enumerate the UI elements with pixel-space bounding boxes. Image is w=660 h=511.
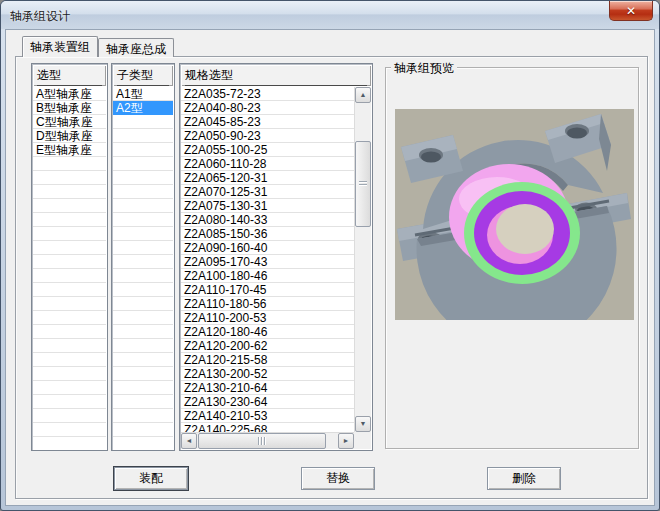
type-list-rows: A型轴承座B型轴承座C型轴承座D型轴承座E型轴承座: [33, 87, 106, 449]
list-item[interactable]: Z2A035-72-23: [181, 87, 354, 101]
tab-label: 轴承装置组: [30, 40, 90, 54]
thumb-grip: [359, 181, 367, 187]
bearing-3d-render: [395, 109, 634, 320]
subtype-list-rows: A1型A2型: [113, 87, 173, 449]
list-item[interactable]: C型轴承座: [33, 115, 106, 129]
list-item[interactable]: Z2A130-230-64: [181, 395, 354, 409]
type-list-header[interactable]: 选型: [33, 65, 106, 86]
list-item[interactable]: Z2A045-85-23: [181, 115, 354, 129]
list-item[interactable]: Z2A110-200-53: [181, 311, 354, 325]
list-item[interactable]: Z2A060-110-28: [181, 157, 354, 171]
list-item[interactable]: Z2A100-180-46: [181, 269, 354, 283]
horizontal-scrollbar[interactable]: ◄ ►: [181, 432, 354, 449]
thumb-grip: [258, 437, 266, 445]
type-listbox: 选型 A型轴承座B型轴承座C型轴承座D型轴承座E型轴承座: [31, 63, 108, 451]
dialog-window: 轴承组设计 ✕ 轴承装置组 轴承座总成 选型 A型轴承座B型轴承座C型轴承座D型…: [0, 0, 660, 511]
list-item[interactable]: Z2A140-210-53: [181, 409, 354, 423]
tab-label: 轴承座总成: [106, 42, 166, 56]
list-item[interactable]: Z2A130-210-64: [181, 381, 354, 395]
spec-list-rows: Z2A035-72-23Z2A040-80-23Z2A045-85-23Z2A0…: [181, 87, 354, 432]
spec-listbox: 规格选型 Z2A035-72-23Z2A040-80-23Z2A045-85-2…: [179, 63, 373, 451]
window-title: 轴承组设计: [10, 8, 70, 25]
list-item[interactable]: Z2A065-120-31: [181, 171, 354, 185]
delete-button[interactable]: 删除: [487, 467, 561, 490]
vertical-scrollbar-thumb[interactable]: [355, 141, 371, 227]
list-item[interactable]: Z2A130-200-52: [181, 367, 354, 381]
tab-bearing-seat-assembly[interactable]: 轴承座总成: [98, 38, 174, 57]
list-item[interactable]: Z2A050-90-23: [181, 129, 354, 143]
list-item[interactable]: A2型: [113, 101, 173, 115]
header-label: 选型: [37, 67, 102, 86]
list-item[interactable]: Z2A075-130-31: [181, 199, 354, 213]
vertical-scrollbar[interactable]: ▲ ▼: [354, 87, 371, 432]
list-item[interactable]: Z2A120-180-46: [181, 325, 354, 339]
replace-button[interactable]: 替换: [301, 467, 375, 490]
scroll-right-icon[interactable]: ►: [338, 433, 354, 449]
list-item[interactable]: E型轴承座: [33, 143, 106, 157]
list-item[interactable]: Z2A110-170-45: [181, 283, 354, 297]
close-button[interactable]: ✕: [609, 1, 653, 21]
scroll-up-icon[interactable]: ▲: [355, 87, 371, 103]
scrollbar-corner: [354, 432, 371, 449]
preview-groupbox: 轴承组预览: [385, 67, 639, 449]
list-item[interactable]: Z2A140-225-68: [181, 423, 354, 432]
header-label: 规格选型: [185, 67, 367, 86]
list-item[interactable]: Z2A040-80-23: [181, 101, 354, 115]
list-item[interactable]: Z2A120-215-58: [181, 353, 354, 367]
list-item[interactable]: A1型: [113, 87, 173, 101]
list-item[interactable]: Z2A120-200-62: [181, 339, 354, 353]
spec-list-header[interactable]: 规格选型: [181, 65, 371, 86]
assemble-button[interactable]: 装配: [114, 467, 188, 490]
preview-group-label: 轴承组预览: [391, 60, 457, 77]
list-item[interactable]: Z2A095-170-43: [181, 255, 354, 269]
list-item[interactable]: Z2A080-140-33: [181, 213, 354, 227]
subtype-list-header[interactable]: 子类型: [113, 65, 173, 86]
close-icon: ✕: [626, 5, 636, 17]
subtype-listbox: 子类型 A1型A2型: [111, 63, 175, 451]
header-label: 子类型: [117, 67, 169, 86]
scroll-down-icon[interactable]: ▼: [355, 416, 371, 432]
list-item[interactable]: A型轴承座: [33, 87, 106, 101]
list-item[interactable]: Z2A110-180-56: [181, 297, 354, 311]
list-item[interactable]: D型轴承座: [33, 129, 106, 143]
list-item[interactable]: Z2A055-100-25: [181, 143, 354, 157]
list-item[interactable]: Z2A070-125-31: [181, 185, 354, 199]
list-item[interactable]: B型轴承座: [33, 101, 106, 115]
horizontal-scrollbar-thumb[interactable]: [198, 433, 326, 449]
tab-bearing-device-group[interactable]: 轴承装置组: [22, 36, 98, 57]
scroll-left-icon[interactable]: ◄: [181, 433, 197, 449]
list-item[interactable]: Z2A090-160-40: [181, 241, 354, 255]
list-item[interactable]: Z2A085-150-36: [181, 227, 354, 241]
bearing-preview-image: [395, 109, 634, 320]
title-bar[interactable]: 轴承组设计 ✕: [1, 1, 659, 29]
